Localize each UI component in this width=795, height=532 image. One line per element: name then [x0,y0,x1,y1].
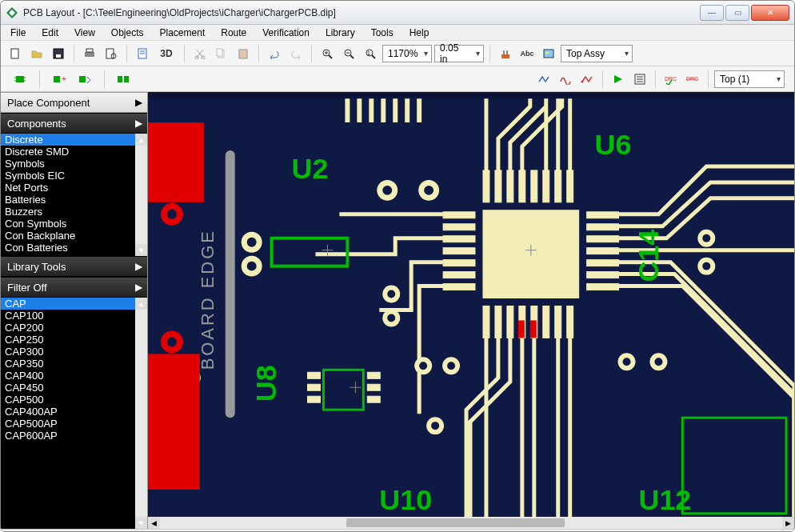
cut-button[interactable] [190,44,210,63]
list-item[interactable]: CAP100 [1,310,147,322]
list-item[interactable]: Net Ports [1,182,147,194]
new-file-button[interactable] [6,44,25,63]
scroll-right-icon[interactable]: ▶ [782,517,794,529]
label-button[interactable]: Abc [517,44,537,63]
drc-off-button[interactable]: DRC [683,70,702,89]
menu-edit[interactable]: Edit [35,26,65,40]
pcb-viewport[interactable]: U2 U6 C14 U8 U10 U12 BOARD EDGE ◀ ▶ [148,92,794,529]
list-item[interactable]: CAP400 [1,370,147,382]
list-item[interactable]: CAP300 [1,346,147,358]
drc-button[interactable]: DRC [661,70,681,89]
list-item[interactable]: CAP450 [1,382,147,394]
svg-rect-74 [443,272,475,278]
pcb-canvas[interactable]: U2 U6 C14 U8 U10 U12 BOARD EDGE [148,92,794,529]
route-wave-button[interactable] [556,70,575,89]
open-button[interactable] [27,44,46,63]
svg-point-114 [247,238,257,247]
scroll-left-icon[interactable]: ◀ [148,517,160,529]
list-button[interactable] [630,70,649,89]
copy-button[interactable] [212,44,231,63]
list-item[interactable]: CAP600AP [1,430,147,442]
parts-list[interactable]: CAP CAP100 CAP200 CAP250 CAP300 CAP350 C… [1,298,147,529]
undo-button[interactable] [265,44,284,63]
save-button[interactable] [49,44,68,63]
list-item[interactable]: Symbols [1,158,147,170]
svg-text:DRC: DRC [686,76,698,82]
zoom-out-button[interactable] [339,44,358,63]
list-item[interactable]: CAP500 [1,394,147,406]
svg-rect-127 [530,320,537,338]
comp-tool-1[interactable] [10,70,30,89]
close-button[interactable]: ✕ [751,5,789,21]
menu-objects[interactable]: Objects [105,26,150,40]
list-item[interactable]: Discrete [1,134,147,146]
print-button[interactable] [80,44,99,63]
pick-button[interactable] [496,44,515,63]
svg-rect-58 [543,170,549,202]
layer-combo[interactable]: Top Assy [561,45,633,62]
menu-verification[interactable]: Verification [256,26,316,40]
list-item[interactable]: Batteries [1,194,147,206]
paste-button[interactable] [234,44,253,63]
svg-rect-5 [85,52,94,57]
comp-tool-4[interactable] [114,70,134,89]
3d-button[interactable]: 3D [154,44,178,63]
paste-icon [238,48,249,59]
titles-button[interactable] [133,44,152,63]
grid-combo[interactable]: 0.05 in [434,45,484,62]
filter-header[interactable]: Filter Off▶ [1,277,147,298]
maximize-button[interactable]: ▭ [725,5,749,21]
scrollbar[interactable]: ▲▼ [135,298,147,529]
image-button[interactable] [539,44,558,63]
list-item[interactable]: CAP500AP [1,418,147,430]
zoom-fit-button[interactable]: 1 [361,44,380,63]
list-item[interactable]: Discrete SMD [1,146,147,158]
list-item[interactable]: CAP350 [1,358,147,370]
list-item[interactable]: Symbols EIC [1,170,147,182]
minimize-button[interactable]: — [700,5,724,21]
zoom-combo[interactable]: 1170% [382,45,432,62]
library-tools-header[interactable]: Library Tools▶ [1,256,147,277]
scrollbar[interactable]: ▲▼ [135,134,147,256]
menu-help[interactable]: Help [403,26,436,40]
svg-line-22 [350,55,354,58]
redo-button[interactable] [286,44,306,63]
run-button[interactable] [609,70,628,89]
comp-tool-3[interactable] [75,70,94,89]
list-item[interactable]: Con Batteries [1,242,147,254]
menu-tools[interactable]: Tools [365,26,400,40]
svg-marker-43 [614,75,622,83]
list-item[interactable]: CAP400AP [1,406,147,418]
scroll-thumb[interactable] [346,518,564,527]
menu-route[interactable]: Route [214,26,253,40]
list-item[interactable]: Buzzers [1,206,147,218]
list-item[interactable]: CAP250 [1,334,147,346]
app-icon [6,6,18,19]
horizontal-scrollbar[interactable]: ◀ ▶ [148,517,794,529]
list-item[interactable]: Con Symbols [1,218,147,230]
menu-library[interactable]: Library [319,26,362,40]
list-item[interactable]: Con Backplane [1,230,147,242]
svg-rect-59 [555,170,561,202]
drc-off-icon: DRC [686,74,699,85]
preview-button[interactable] [102,44,121,63]
menu-placement[interactable]: Placement [154,26,212,40]
svg-point-117 [702,262,710,270]
menu-view[interactable]: View [68,26,102,40]
svg-rect-78 [587,236,619,242]
list-item[interactable]: CAP200 [1,322,147,334]
components-header[interactable]: Components▶ [1,113,147,134]
svg-rect-29 [506,50,508,54]
category-list[interactable]: Discrete Discrete SMD Symbols Symbols EI… [1,134,147,256]
menu-file[interactable]: File [4,26,32,40]
svg-rect-81 [587,272,619,278]
zoom-in-button[interactable] [318,44,337,63]
route-auto-button[interactable] [577,70,597,89]
place-component-header[interactable]: Place Component▶ [1,92,147,113]
route-manual-button[interactable] [534,70,553,89]
svg-rect-76 [587,212,619,218]
layer2-combo[interactable]: Top (1) [714,70,785,88]
list-item[interactable]: CAP [1,298,147,310]
comp-tool-2[interactable]: + [50,70,69,89]
svg-point-112 [382,186,392,195]
